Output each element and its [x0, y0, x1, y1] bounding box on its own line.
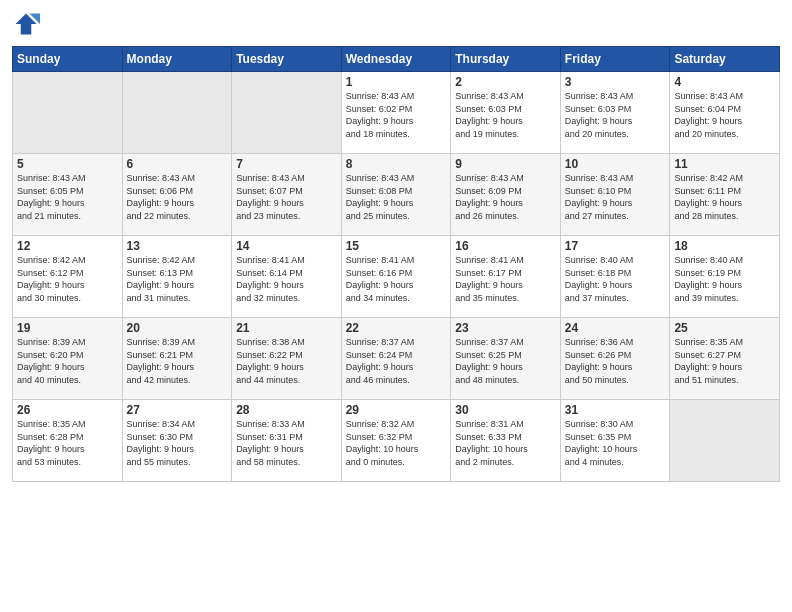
calendar-cell: 25Sunrise: 8:35 AM Sunset: 6:27 PM Dayli…: [670, 318, 780, 400]
day-number: 3: [565, 75, 666, 89]
day-info: Sunrise: 8:32 AM Sunset: 6:32 PM Dayligh…: [346, 418, 447, 468]
day-number: 4: [674, 75, 775, 89]
day-info: Sunrise: 8:43 AM Sunset: 6:09 PM Dayligh…: [455, 172, 556, 222]
day-number: 14: [236, 239, 337, 253]
day-info: Sunrise: 8:31 AM Sunset: 6:33 PM Dayligh…: [455, 418, 556, 468]
day-info: Sunrise: 8:42 AM Sunset: 6:13 PM Dayligh…: [127, 254, 228, 304]
day-info: Sunrise: 8:43 AM Sunset: 6:02 PM Dayligh…: [346, 90, 447, 140]
calendar-week-row: 1Sunrise: 8:43 AM Sunset: 6:02 PM Daylig…: [13, 72, 780, 154]
day-info: Sunrise: 8:43 AM Sunset: 6:03 PM Dayligh…: [455, 90, 556, 140]
day-info: Sunrise: 8:39 AM Sunset: 6:21 PM Dayligh…: [127, 336, 228, 386]
calendar-cell: 11Sunrise: 8:42 AM Sunset: 6:11 PM Dayli…: [670, 154, 780, 236]
day-info: Sunrise: 8:30 AM Sunset: 6:35 PM Dayligh…: [565, 418, 666, 468]
day-number: 25: [674, 321, 775, 335]
day-number: 18: [674, 239, 775, 253]
day-info: Sunrise: 8:33 AM Sunset: 6:31 PM Dayligh…: [236, 418, 337, 468]
calendar-cell: 16Sunrise: 8:41 AM Sunset: 6:17 PM Dayli…: [451, 236, 561, 318]
calendar-cell: 29Sunrise: 8:32 AM Sunset: 6:32 PM Dayli…: [341, 400, 451, 482]
day-info: Sunrise: 8:41 AM Sunset: 6:16 PM Dayligh…: [346, 254, 447, 304]
day-number: 10: [565, 157, 666, 171]
calendar-cell: 7Sunrise: 8:43 AM Sunset: 6:07 PM Daylig…: [232, 154, 342, 236]
day-number: 31: [565, 403, 666, 417]
day-number: 11: [674, 157, 775, 171]
day-info: Sunrise: 8:41 AM Sunset: 6:17 PM Dayligh…: [455, 254, 556, 304]
calendar-cell: 31Sunrise: 8:30 AM Sunset: 6:35 PM Dayli…: [560, 400, 670, 482]
day-number: 13: [127, 239, 228, 253]
calendar-week-row: 5Sunrise: 8:43 AM Sunset: 6:05 PM Daylig…: [13, 154, 780, 236]
day-number: 5: [17, 157, 118, 171]
calendar-cell: 14Sunrise: 8:41 AM Sunset: 6:14 PM Dayli…: [232, 236, 342, 318]
day-number: 12: [17, 239, 118, 253]
header: [12, 10, 780, 38]
day-number: 9: [455, 157, 556, 171]
day-info: Sunrise: 8:43 AM Sunset: 6:03 PM Dayligh…: [565, 90, 666, 140]
calendar-cell: 1Sunrise: 8:43 AM Sunset: 6:02 PM Daylig…: [341, 72, 451, 154]
day-number: 30: [455, 403, 556, 417]
day-number: 16: [455, 239, 556, 253]
day-number: 19: [17, 321, 118, 335]
day-number: 29: [346, 403, 447, 417]
day-info: Sunrise: 8:35 AM Sunset: 6:27 PM Dayligh…: [674, 336, 775, 386]
day-number: 8: [346, 157, 447, 171]
calendar-cell: 17Sunrise: 8:40 AM Sunset: 6:18 PM Dayli…: [560, 236, 670, 318]
calendar-cell: 18Sunrise: 8:40 AM Sunset: 6:19 PM Dayli…: [670, 236, 780, 318]
day-info: Sunrise: 8:37 AM Sunset: 6:25 PM Dayligh…: [455, 336, 556, 386]
calendar-cell: 23Sunrise: 8:37 AM Sunset: 6:25 PM Dayli…: [451, 318, 561, 400]
day-info: Sunrise: 8:43 AM Sunset: 6:04 PM Dayligh…: [674, 90, 775, 140]
calendar-week-row: 26Sunrise: 8:35 AM Sunset: 6:28 PM Dayli…: [13, 400, 780, 482]
weekday-header: Friday: [560, 47, 670, 72]
calendar-week-row: 19Sunrise: 8:39 AM Sunset: 6:20 PM Dayli…: [13, 318, 780, 400]
day-info: Sunrise: 8:42 AM Sunset: 6:12 PM Dayligh…: [17, 254, 118, 304]
weekday-header: Saturday: [670, 47, 780, 72]
page-container: SundayMondayTuesdayWednesdayThursdayFrid…: [0, 0, 792, 492]
day-number: 27: [127, 403, 228, 417]
calendar-cell: [670, 400, 780, 482]
calendar-cell: 26Sunrise: 8:35 AM Sunset: 6:28 PM Dayli…: [13, 400, 123, 482]
day-number: 1: [346, 75, 447, 89]
day-number: 7: [236, 157, 337, 171]
calendar-week-row: 12Sunrise: 8:42 AM Sunset: 6:12 PM Dayli…: [13, 236, 780, 318]
weekday-header: Monday: [122, 47, 232, 72]
day-number: 20: [127, 321, 228, 335]
day-number: 21: [236, 321, 337, 335]
weekday-header: Wednesday: [341, 47, 451, 72]
day-number: 22: [346, 321, 447, 335]
calendar-cell: 24Sunrise: 8:36 AM Sunset: 6:26 PM Dayli…: [560, 318, 670, 400]
calendar-cell: 8Sunrise: 8:43 AM Sunset: 6:08 PM Daylig…: [341, 154, 451, 236]
day-info: Sunrise: 8:43 AM Sunset: 6:10 PM Dayligh…: [565, 172, 666, 222]
day-info: Sunrise: 8:35 AM Sunset: 6:28 PM Dayligh…: [17, 418, 118, 468]
day-info: Sunrise: 8:43 AM Sunset: 6:06 PM Dayligh…: [127, 172, 228, 222]
day-info: Sunrise: 8:38 AM Sunset: 6:22 PM Dayligh…: [236, 336, 337, 386]
day-number: 2: [455, 75, 556, 89]
calendar-cell: 4Sunrise: 8:43 AM Sunset: 6:04 PM Daylig…: [670, 72, 780, 154]
day-info: Sunrise: 8:42 AM Sunset: 6:11 PM Dayligh…: [674, 172, 775, 222]
calendar-cell: [122, 72, 232, 154]
day-number: 6: [127, 157, 228, 171]
weekday-header: Thursday: [451, 47, 561, 72]
calendar-cell: 19Sunrise: 8:39 AM Sunset: 6:20 PM Dayli…: [13, 318, 123, 400]
day-info: Sunrise: 8:43 AM Sunset: 6:07 PM Dayligh…: [236, 172, 337, 222]
calendar-cell: 10Sunrise: 8:43 AM Sunset: 6:10 PM Dayli…: [560, 154, 670, 236]
logo-icon: [12, 10, 40, 38]
calendar-cell: 30Sunrise: 8:31 AM Sunset: 6:33 PM Dayli…: [451, 400, 561, 482]
calendar-cell: 2Sunrise: 8:43 AM Sunset: 6:03 PM Daylig…: [451, 72, 561, 154]
day-number: 28: [236, 403, 337, 417]
day-info: Sunrise: 8:40 AM Sunset: 6:18 PM Dayligh…: [565, 254, 666, 304]
weekday-header-row: SundayMondayTuesdayWednesdayThursdayFrid…: [13, 47, 780, 72]
calendar-cell: 9Sunrise: 8:43 AM Sunset: 6:09 PM Daylig…: [451, 154, 561, 236]
calendar-cell: 6Sunrise: 8:43 AM Sunset: 6:06 PM Daylig…: [122, 154, 232, 236]
day-info: Sunrise: 8:41 AM Sunset: 6:14 PM Dayligh…: [236, 254, 337, 304]
calendar-cell: 22Sunrise: 8:37 AM Sunset: 6:24 PM Dayli…: [341, 318, 451, 400]
calendar-cell: [232, 72, 342, 154]
day-number: 23: [455, 321, 556, 335]
day-number: 24: [565, 321, 666, 335]
calendar-cell: 27Sunrise: 8:34 AM Sunset: 6:30 PM Dayli…: [122, 400, 232, 482]
logo: [12, 10, 44, 38]
calendar-cell: 5Sunrise: 8:43 AM Sunset: 6:05 PM Daylig…: [13, 154, 123, 236]
day-number: 17: [565, 239, 666, 253]
calendar-cell: 12Sunrise: 8:42 AM Sunset: 6:12 PM Dayli…: [13, 236, 123, 318]
calendar-table: SundayMondayTuesdayWednesdayThursdayFrid…: [12, 46, 780, 482]
weekday-header: Tuesday: [232, 47, 342, 72]
calendar-cell: 20Sunrise: 8:39 AM Sunset: 6:21 PM Dayli…: [122, 318, 232, 400]
day-number: 26: [17, 403, 118, 417]
